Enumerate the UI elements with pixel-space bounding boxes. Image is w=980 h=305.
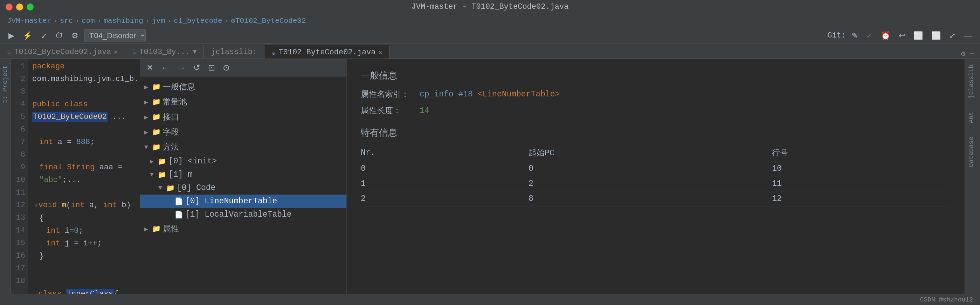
status-credit: CSDN @shzhou12 bbox=[920, 296, 973, 303]
tree-arrow-m: ▼ bbox=[150, 171, 156, 178]
tab-2[interactable]: ☕ T0102_ByteCode02.java ✕ bbox=[264, 45, 390, 59]
jclasslib-toolbar: ✕ ← → ↺ ⊡ ⊙ bbox=[140, 59, 347, 77]
tree-item-m[interactable]: ▼ 📁 [1] m bbox=[140, 168, 347, 181]
table-cell-nr-1: 1 bbox=[361, 176, 528, 192]
folder-icon-fields: 📁 bbox=[152, 128, 161, 136]
table-cell-line-1: 11 bbox=[772, 176, 951, 192]
tree-item-attributes[interactable]: ▶ 📁 属性 bbox=[140, 221, 347, 236]
tree-item-general[interactable]: ▶ 📁 一般信息 bbox=[140, 79, 347, 94]
file-icon-lnt: 📄 bbox=[174, 197, 183, 206]
settings-button2[interactable]: ⬜ bbox=[929, 30, 943, 42]
jc-expand-btn[interactable]: ⊡ bbox=[206, 61, 217, 74]
table-cell-line-2: 12 bbox=[772, 192, 951, 206]
code-line-1: package com.mashibing.jvm.c1_b... bbox=[32, 60, 137, 86]
right-sidebar: jclasslib Ant Database bbox=[964, 59, 980, 305]
attr-name-value[interactable]: cp_info #18 bbox=[420, 90, 473, 99]
tab-1[interactable]: ☕ T0103_By... ▼ bbox=[125, 45, 204, 59]
breadcrumb-item-4[interactable]: mashibing bbox=[103, 17, 143, 25]
tree-label-code: [0] Code bbox=[177, 184, 215, 192]
code-line-14 bbox=[32, 275, 137, 288]
tab-0-close[interactable]: ✕ bbox=[114, 48, 118, 56]
toolbar: ▶ ⚡ ↙ ⏱ ⚙ T04_Disorder Git: ✎ ✓ ⏰ ↩ ⬜ ⬜ … bbox=[0, 28, 980, 43]
coverage-button[interactable]: ↙ bbox=[38, 30, 50, 42]
tab-0-icon: ☕ bbox=[7, 48, 11, 56]
tab-jclasslib-label: jclasslib: bbox=[211, 48, 257, 56]
database-sidebar-icon[interactable]: Database bbox=[966, 135, 980, 169]
breadcrumb-item-3[interactable]: com bbox=[82, 17, 95, 25]
git-clock-button[interactable]: ⏰ bbox=[878, 30, 893, 42]
close-button[interactable] bbox=[6, 3, 13, 11]
settings-area: ⚙ — bbox=[961, 49, 980, 59]
git-edit-button[interactable]: ✎ bbox=[849, 30, 861, 42]
tab-2-icon: ☕ bbox=[272, 48, 276, 57]
minimize-button[interactable] bbox=[16, 3, 23, 11]
debug-button[interactable]: ⚡ bbox=[20, 30, 35, 42]
minimize-panel-button[interactable]: — bbox=[961, 30, 974, 42]
jc-close-btn[interactable]: ✕ bbox=[144, 61, 156, 74]
project-tab[interactable]: 1: Project bbox=[0, 62, 10, 106]
table-cell-pc-2: 8 bbox=[528, 192, 772, 206]
tree-arrow-attributes: ▶ bbox=[144, 225, 150, 233]
tree-label-attributes: 属性 bbox=[163, 223, 179, 234]
tab-1-close[interactable]: ▼ bbox=[192, 48, 196, 55]
tree-item-methods[interactable]: ▼ 📁 方法 bbox=[140, 139, 347, 155]
status-bar: CSDN @shzhou12 bbox=[0, 294, 980, 305]
ln-9: 9 bbox=[21, 161, 25, 174]
ln-3: 3 bbox=[21, 86, 25, 98]
folder-icon-attributes: 📁 bbox=[152, 224, 161, 233]
code-content[interactable]: package com.mashibing.jvm.c1_b... public… bbox=[29, 59, 140, 305]
breadcrumb-icon: ⊙ bbox=[231, 16, 235, 25]
tab-2-label: T0102_ByteCode02.java bbox=[278, 48, 375, 57]
attr-length-label: 属性长度： bbox=[361, 105, 417, 116]
jc-circle-btn[interactable]: ⊙ bbox=[221, 61, 232, 74]
gear-icon[interactable]: ⚙ bbox=[961, 49, 966, 59]
jclasslib-sidebar-icon[interactable]: jclasslib bbox=[966, 62, 980, 101]
attr-name-label: 属性名索引： bbox=[361, 89, 417, 99]
tab-0-label: T0102_ByteCode02.java bbox=[14, 48, 111, 56]
file-icon-lvt: 📄 bbox=[174, 210, 183, 219]
tree-item-constants[interactable]: ▶ 📁 常量池 bbox=[140, 94, 347, 109]
profile-button[interactable]: ⏱ bbox=[52, 30, 66, 42]
tree-item-interfaces[interactable]: ▶ 📁 接口 bbox=[140, 109, 347, 125]
ant-sidebar-icon[interactable]: Ant bbox=[966, 110, 980, 125]
table-row-0: 0 0 10 bbox=[361, 161, 951, 176]
tree-item-code[interactable]: ▼ 📁 [0] Code bbox=[140, 181, 347, 195]
ln-16: 16 bbox=[16, 250, 25, 262]
jc-forward-btn[interactable]: → bbox=[175, 61, 188, 74]
code-line-6 bbox=[32, 149, 137, 161]
ln-14: 14 bbox=[16, 224, 25, 237]
ln-11: 11 bbox=[16, 187, 25, 199]
code-line-7: final String aaa = "abc";... bbox=[32, 161, 137, 187]
tree-label-m: [1] m bbox=[169, 170, 192, 179]
table-cell-nr-2: 2 bbox=[361, 192, 528, 206]
tree-arrow-interfaces: ▶ bbox=[144, 113, 150, 121]
jc-refresh-btn[interactable]: ↺ bbox=[191, 61, 202, 74]
maximize-button[interactable] bbox=[27, 3, 33, 11]
tab-2-close[interactable]: ✕ bbox=[379, 48, 382, 56]
expand-button[interactable]: ⤢ bbox=[947, 30, 958, 42]
git-push-button[interactable]: ⬜ bbox=[911, 30, 926, 42]
ln-10: 10 bbox=[16, 174, 25, 187]
run-config-dropdown[interactable]: T04_Disorder bbox=[84, 29, 146, 42]
tree-item-linenumbertable[interactable]: 📄 [0] LineNumberTable bbox=[140, 195, 347, 208]
breadcrumb-item-1[interactable]: JVM-master bbox=[7, 17, 51, 25]
git-check-button[interactable]: ✓ bbox=[863, 30, 875, 42]
line-numbers: 1 2 3 4 5 6 7 8 9 10 11 12 13 14 15 16 1… bbox=[11, 59, 28, 305]
breadcrumb-item-5[interactable]: jvm bbox=[152, 17, 165, 25]
table-header-line: 行号 bbox=[772, 144, 951, 161]
git-undo-button[interactable]: ↩ bbox=[896, 30, 908, 42]
expand-tab-icon[interactable]: — bbox=[970, 50, 974, 58]
tree-item-fields[interactable]: ▶ 📁 字段 bbox=[140, 125, 347, 139]
build-button[interactable]: ⚙ bbox=[68, 30, 81, 42]
table-row-1: 1 2 11 bbox=[361, 176, 951, 192]
tree-item-localvariabletable[interactable]: 📄 [1] LocalVariableTable bbox=[140, 208, 347, 221]
tab-0[interactable]: ☕ T0102_ByteCode02.java ✕ bbox=[0, 45, 125, 59]
tree-arrow-fields: ▶ bbox=[144, 128, 150, 136]
title-bar: JVM-master – T0102_ByteCode02.java bbox=[0, 0, 980, 14]
breadcrumb-item-2[interactable]: src bbox=[60, 17, 73, 25]
tree-item-init[interactable]: ▶ 📁 [0] <init> bbox=[140, 155, 347, 168]
jc-back-btn[interactable]: ← bbox=[159, 61, 172, 74]
run-button[interactable]: ▶ bbox=[6, 30, 17, 42]
ln-1: 1 bbox=[21, 60, 25, 73]
breadcrumb-item-6[interactable]: c1_bytecode bbox=[174, 17, 223, 25]
